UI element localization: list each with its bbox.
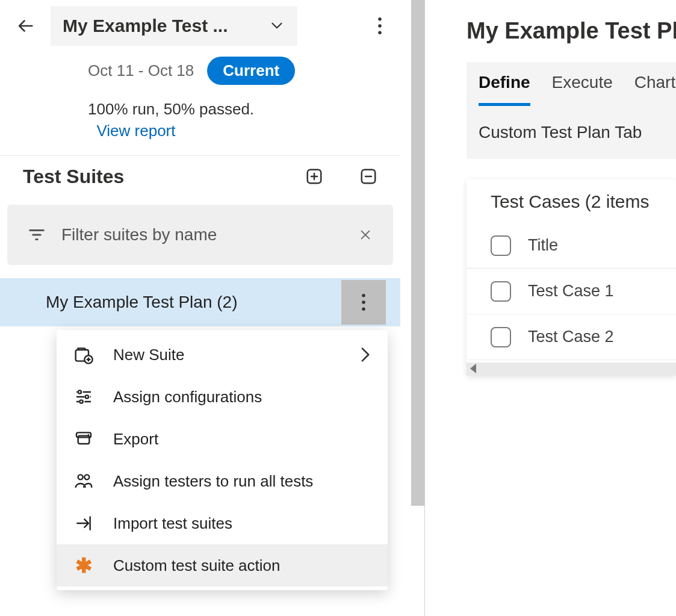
- test-cases-heading: Test Cases (2 items: [491, 191, 676, 212]
- arrow-left-icon: [15, 16, 36, 36]
- plan-dropdown[interactable]: My Example Test ...: [51, 6, 297, 46]
- svg-point-15: [88, 434, 90, 436]
- svg-point-5: [362, 294, 365, 297]
- menu-item-label: Import test suites: [113, 514, 232, 533]
- row-title: Test Case 1: [528, 282, 614, 300]
- svg-point-12: [79, 400, 82, 403]
- scrollbar-thumb[interactable]: [411, 0, 424, 506]
- more-actions-button[interactable]: [365, 9, 394, 43]
- date-range: Oct 11 - Oct 18: [88, 61, 194, 80]
- close-icon: [359, 228, 372, 241]
- view-report-link[interactable]: View report: [96, 122, 175, 140]
- import-icon: [73, 513, 94, 534]
- chevron-right-icon: [360, 347, 371, 362]
- new-suite-icon: [73, 344, 94, 365]
- custom-tab-label: Custom Test Plan Tab: [467, 106, 676, 159]
- menu-item-import-suites[interactable]: Import test suites: [57, 502, 388, 544]
- row-checkbox[interactable]: [491, 327, 511, 347]
- menu-item-label: Custom test suite action: [113, 556, 280, 575]
- menu-item-export[interactable]: Export: [57, 418, 388, 460]
- svg-point-16: [78, 474, 83, 479]
- tab-strip: Define Execute Chart: [467, 73, 676, 106]
- config-icon: [73, 387, 94, 407]
- svg-point-11: [85, 395, 88, 398]
- collapse-all-button[interactable]: [359, 167, 377, 185]
- collapse-icon: [359, 167, 377, 185]
- menu-item-custom-action[interactable]: ✱ Custom test suite action: [57, 544, 388, 586]
- current-badge: Current: [207, 57, 295, 85]
- table-row[interactable]: Test Case 2: [467, 314, 676, 360]
- test-cases-panel: Test Cases (2 items Title Test Case 1 Te…: [467, 179, 676, 376]
- panel-divider: [424, 0, 425, 616]
- asterisk-icon: ✱: [73, 555, 94, 576]
- menu-item-new-suite[interactable]: New Suite: [57, 334, 388, 376]
- run-stats: 100% run, 50% passed.: [88, 100, 254, 118]
- select-all-checkbox[interactable]: [491, 235, 511, 256]
- menu-item-label: Assign testers to run all tests: [113, 472, 313, 491]
- vertical-scrollbar[interactable]: [411, 0, 424, 616]
- horizontal-scrollbar[interactable]: [467, 362, 676, 376]
- menu-item-assign-testers[interactable]: Assign testers to run all tests: [57, 460, 388, 502]
- scroll-left-arrow-icon: [470, 364, 476, 373]
- svg-point-2: [378, 31, 382, 35]
- menu-item-label: Export: [113, 430, 158, 449]
- row-title: Test Case 2: [528, 328, 614, 346]
- page-title: My Example Test Pla: [467, 18, 676, 44]
- table-header-row: Title: [467, 223, 676, 269]
- expand-icon: [305, 167, 323, 185]
- svg-point-17: [84, 474, 89, 479]
- row-checkbox[interactable]: [491, 281, 511, 302]
- export-icon: [73, 429, 94, 449]
- svg-point-7: [362, 307, 365, 311]
- filter-placeholder: Filter suites by name: [61, 225, 343, 244]
- svg-point-6: [362, 300, 365, 304]
- tab-execute[interactable]: Execute: [552, 73, 613, 106]
- tab-chart[interactable]: Chart: [634, 73, 675, 106]
- chevron-down-icon: [268, 17, 285, 34]
- test-suites-heading: Test Suites: [23, 166, 124, 188]
- expand-all-button[interactable]: [305, 167, 323, 185]
- testers-icon: [73, 471, 94, 491]
- menu-item-assign-configurations[interactable]: Assign configurations: [57, 376, 388, 418]
- menu-item-label: New Suite: [113, 346, 185, 364]
- menu-item-label: Assign configurations: [113, 388, 262, 406]
- suite-row-label: My Example Test Plan (2): [46, 293, 238, 312]
- column-title: Title: [528, 236, 558, 255]
- kebab-icon: [377, 17, 382, 35]
- svg-point-1: [378, 24, 382, 28]
- suite-row[interactable]: My Example Test Plan (2): [0, 278, 400, 326]
- kebab-icon: [361, 293, 366, 311]
- back-button[interactable]: [6, 7, 45, 45]
- clear-filter-button[interactable]: [358, 228, 373, 242]
- table-row[interactable]: Test Case 1: [467, 269, 676, 314]
- plan-title: My Example Test ...: [63, 16, 252, 36]
- suite-row-more-button[interactable]: [341, 280, 386, 325]
- suite-context-menu: New Suite Assign configurations Export: [57, 330, 388, 590]
- svg-point-0: [378, 17, 382, 21]
- filter-suites-input[interactable]: Filter suites by name: [7, 205, 393, 265]
- filter-icon: [28, 227, 46, 243]
- svg-point-10: [78, 390, 81, 393]
- tab-define[interactable]: Define: [479, 73, 530, 106]
